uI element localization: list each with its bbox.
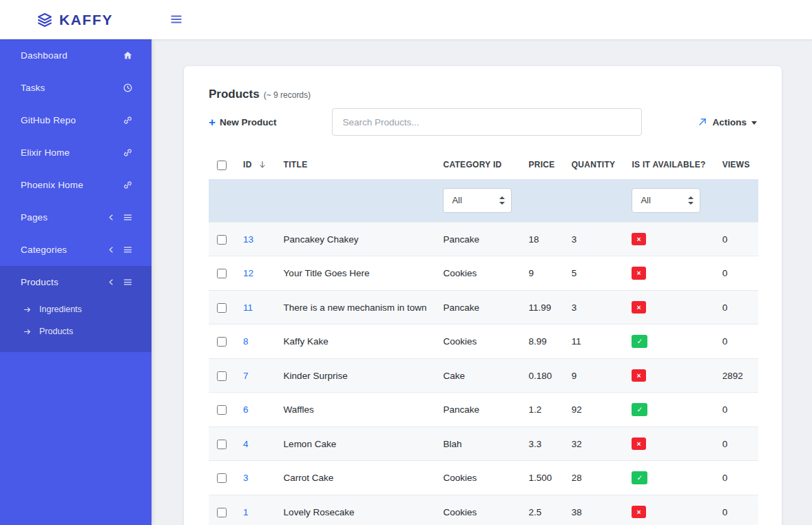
column-header-category: CATEGORY ID	[435, 151, 520, 179]
main-content: Products (~ 9 records) + New Product Act…	[152, 39, 812, 525]
sidebar-item-tasks[interactable]: Tasks	[0, 72, 152, 104]
products-card: Products (~ 9 records) + New Product Act…	[184, 66, 782, 525]
row-checkbox[interactable]	[217, 303, 227, 313]
sidebar-item-pages[interactable]: Pages	[0, 201, 152, 234]
sidebar-subitem-label: Products	[39, 327, 73, 336]
availability-badge: ×	[632, 233, 645, 246]
actions-dropdown-button[interactable]: Actions	[698, 117, 757, 127]
row-checkbox[interactable]	[217, 371, 227, 381]
column-header-title: TITLE	[275, 151, 435, 179]
row-id-link[interactable]: 13	[243, 234, 253, 245]
row-category: Cake	[435, 358, 520, 393]
row-price: 0.180	[520, 358, 563, 393]
row-views: 0	[714, 290, 758, 325]
row-views: 2892	[714, 358, 758, 393]
row-price: 1.2	[520, 393, 563, 427]
row-category: Pancake	[435, 222, 520, 256]
row-title: Waffles	[275, 393, 435, 427]
row-views: 0	[714, 222, 758, 256]
sidebar-subitem-label: Ingredients	[39, 305, 82, 314]
row-id-link[interactable]: 11	[243, 302, 253, 313]
table-row: 7 Kinder Surprise Cake 0.180 9 × 2892	[209, 358, 758, 393]
row-checkbox[interactable]	[217, 235, 227, 245]
row-id-link[interactable]: 3	[243, 473, 249, 483]
row-id-link[interactable]: 7	[243, 371, 249, 381]
select-all-checkbox[interactable]	[217, 161, 227, 170]
row-quantity: 28	[563, 461, 624, 495]
row-id-link[interactable]: 12	[243, 268, 253, 278]
sidebar-toggle-button[interactable]	[169, 12, 184, 28]
sort-desc-icon[interactable]	[258, 160, 267, 169]
sidebar-item-phoenix-home[interactable]: Phoenix Home	[0, 169, 152, 201]
row-checkbox[interactable]	[217, 508, 227, 517]
table-row: 6 Waffles Pancake 1.2 92 ✓ 0	[209, 393, 758, 427]
sidebar-item-elixir-home[interactable]: Elixir Home	[0, 136, 152, 169]
sidebar-item-dashboard[interactable]: Dashboard	[0, 39, 152, 72]
row-checkbox[interactable]	[217, 440, 227, 449]
row-checkbox[interactable]	[217, 405, 227, 415]
row-id-link[interactable]: 6	[243, 404, 249, 415]
availability-badge: ×	[632, 301, 645, 314]
search-input[interactable]	[332, 108, 642, 136]
brand[interactable]: KAFFY	[37, 12, 113, 28]
available-filter-select[interactable]: All	[632, 188, 700, 213]
sidebar-subitem-products[interactable]: Products	[0, 320, 152, 342]
sidebar-item-categories[interactable]: Categories	[0, 234, 152, 266]
row-checkbox[interactable]	[217, 269, 227, 278]
row-category: Cookies	[435, 325, 520, 359]
table-row: 13 Pancakey Chakey Pancake 18 3 × 0	[209, 222, 758, 256]
table-row: 4 Lemon Cake Blah 3.3 32 × 0	[209, 426, 758, 461]
sidebar-nav: Dashboard Tasks GitHub Repo	[0, 39, 152, 352]
column-header-price: PRICE	[520, 151, 563, 179]
table-row: 8 Kaffy Kake Cookies 8.99 11 ✓ 0	[209, 325, 758, 359]
availability-badge: ✓	[632, 403, 647, 416]
home-icon	[123, 50, 133, 61]
hamburger-icon	[169, 12, 183, 26]
chevron-left-icon	[106, 245, 116, 255]
row-title: Carrot Cake	[275, 461, 435, 495]
row-views: 0	[714, 256, 758, 291]
row-price: 8.99	[520, 325, 563, 359]
row-title: There is a new mechanism in town	[275, 290, 435, 325]
row-category: Pancake	[435, 290, 520, 325]
row-id-link[interactable]: 1	[243, 507, 249, 517]
plus-icon: +	[209, 116, 216, 128]
row-quantity: 32	[563, 426, 624, 461]
sidebar-subitem-ingredients[interactable]: Ingredients	[0, 298, 152, 320]
row-views: 0	[714, 325, 758, 359]
row-checkbox[interactable]	[217, 473, 227, 483]
sidebar-group-products: Products Ingredients	[0, 266, 152, 352]
row-title: Lemon Cake	[275, 426, 435, 461]
availability-badge: ×	[632, 438, 645, 451]
category-filter-select[interactable]: All	[443, 188, 512, 213]
row-title: Lovely Rosecake	[275, 495, 435, 525]
row-checkbox[interactable]	[217, 337, 227, 347]
row-id-link[interactable]: 8	[243, 336, 249, 347]
table-row: 1 Lovely Rosecake Cookies 2.5 38 × 0	[209, 495, 758, 525]
records-count: (~ 9 records)	[264, 90, 311, 100]
row-category: Pancake	[435, 393, 520, 427]
link-icon	[123, 180, 133, 190]
row-quantity: 11	[563, 325, 624, 359]
row-id-link[interactable]: 4	[243, 439, 249, 449]
row-price: 11.99	[520, 290, 563, 325]
app-logo: KAFFY	[59, 12, 113, 28]
row-views: 0	[714, 495, 758, 525]
sidebar-item-github-repo[interactable]: GitHub Repo	[0, 104, 152, 136]
row-title: Pancakey Chakey	[275, 222, 435, 256]
toolbar: + New Product Actions	[209, 108, 757, 136]
sidebar: Dashboard Tasks GitHub Repo	[0, 39, 152, 525]
row-price: 2.5	[520, 495, 563, 525]
arrow-right-icon	[23, 327, 32, 336]
row-title: Your Title Goes Here	[275, 256, 435, 291]
row-price: 1.500	[520, 461, 563, 495]
row-price: 9	[520, 256, 563, 291]
row-quantity: 92	[563, 393, 624, 427]
column-header-views: VIEWS	[714, 151, 758, 179]
row-quantity: 3	[563, 222, 624, 256]
link-icon	[123, 115, 133, 125]
row-category: Cookies	[435, 461, 520, 495]
availability-badge: ×	[632, 369, 645, 382]
new-product-button[interactable]: + New Product	[209, 116, 276, 128]
sidebar-item-products[interactable]: Products	[0, 266, 152, 298]
